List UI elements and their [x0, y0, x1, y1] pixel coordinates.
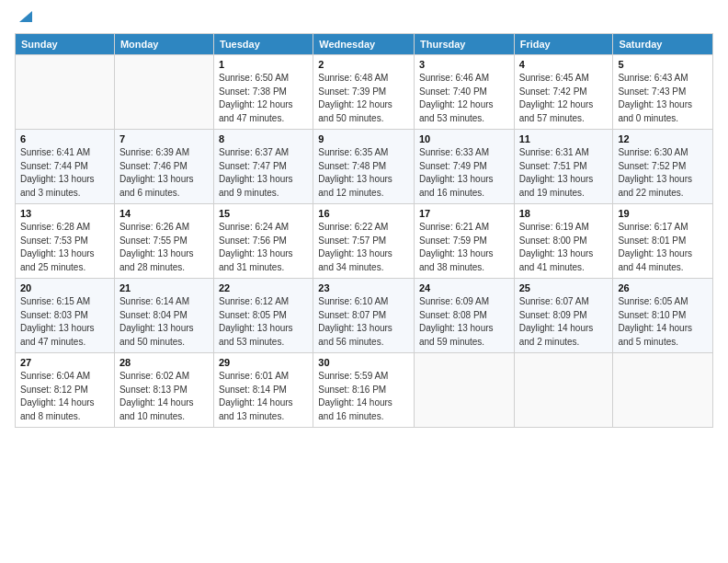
calendar-cell: 16Sunrise: 6:22 AMSunset: 7:57 PMDayligh…	[313, 204, 415, 279]
calendar-cell: 24Sunrise: 6:09 AMSunset: 8:08 PMDayligh…	[414, 279, 514, 353]
calendar-cell	[16, 55, 115, 130]
day-number: 22	[219, 282, 308, 293]
column-header-thursday: Thursday	[414, 34, 514, 55]
day-number: 27	[20, 357, 109, 368]
calendar-cell	[114, 55, 213, 130]
day-number: 16	[318, 208, 409, 219]
calendar-cell: 7Sunrise: 6:39 AMSunset: 7:46 PMDaylight…	[114, 130, 213, 204]
day-info: Sunrise: 6:26 AMSunset: 7:55 PMDaylight:…	[119, 221, 209, 274]
day-info: Sunrise: 6:30 AMSunset: 7:52 PMDaylight:…	[618, 146, 708, 200]
calendar-cell: 26Sunrise: 6:05 AMSunset: 8:10 PMDayligh…	[613, 279, 713, 353]
calendar-cell: 22Sunrise: 6:12 AMSunset: 8:05 PMDayligh…	[214, 279, 313, 353]
calendar-week-row: 6Sunrise: 6:41 AMSunset: 7:44 PMDaylight…	[16, 130, 713, 204]
day-info: Sunrise: 6:45 AMSunset: 7:42 PMDaylight:…	[519, 72, 609, 125]
calendar-cell: 28Sunrise: 6:02 AMSunset: 8:13 PMDayligh…	[114, 353, 213, 428]
day-info: Sunrise: 6:31 AMSunset: 7:51 PMDaylight:…	[519, 146, 609, 200]
calendar-cell	[414, 353, 514, 428]
day-info: Sunrise: 6:22 AMSunset: 7:57 PMDaylight:…	[318, 221, 409, 274]
calendar-cell: 18Sunrise: 6:19 AMSunset: 8:00 PMDayligh…	[514, 204, 613, 279]
calendar-cell	[613, 353, 713, 428]
day-info: Sunrise: 6:01 AMSunset: 8:14 PMDaylight:…	[219, 370, 308, 423]
calendar-cell: 23Sunrise: 6:10 AMSunset: 8:07 PMDayligh…	[313, 279, 415, 353]
header	[15, 11, 713, 26]
calendar-table: SundayMondayTuesdayWednesdayThursdayFrid…	[15, 33, 713, 428]
day-number: 18	[519, 208, 609, 219]
day-number: 24	[419, 282, 509, 293]
day-info: Sunrise: 6:02 AMSunset: 8:13 PMDaylight:…	[119, 370, 209, 423]
day-info: Sunrise: 6:50 AMSunset: 7:38 PMDaylight:…	[219, 72, 308, 125]
day-info: Sunrise: 6:24 AMSunset: 7:56 PMDaylight:…	[219, 221, 308, 274]
day-info: Sunrise: 6:37 AMSunset: 7:47 PMDaylight:…	[219, 146, 308, 200]
day-number: 2	[318, 59, 409, 70]
calendar-cell: 29Sunrise: 6:01 AMSunset: 8:14 PMDayligh…	[214, 353, 313, 428]
day-info: Sunrise: 6:21 AMSunset: 7:59 PMDaylight:…	[419, 221, 509, 274]
day-number: 6	[20, 133, 109, 144]
day-number: 25	[519, 282, 609, 293]
calendar-cell: 12Sunrise: 6:30 AMSunset: 7:52 PMDayligh…	[613, 130, 713, 204]
calendar-cell: 15Sunrise: 6:24 AMSunset: 7:56 PMDayligh…	[214, 204, 313, 279]
day-number: 28	[119, 357, 209, 368]
calendar-cell: 6Sunrise: 6:41 AMSunset: 7:44 PMDaylight…	[16, 130, 115, 204]
day-number: 29	[219, 357, 308, 368]
day-info: Sunrise: 6:14 AMSunset: 8:04 PMDaylight:…	[119, 295, 209, 349]
day-info: Sunrise: 5:59 AMSunset: 8:16 PMDaylight:…	[318, 370, 409, 423]
day-info: Sunrise: 6:39 AMSunset: 7:46 PMDaylight:…	[119, 146, 209, 200]
day-info: Sunrise: 6:17 AMSunset: 8:01 PMDaylight:…	[618, 221, 708, 274]
svg-marker-0	[19, 11, 32, 22]
calendar-cell	[514, 353, 613, 428]
day-number: 20	[20, 282, 109, 293]
day-info: Sunrise: 6:15 AMSunset: 8:03 PMDaylight:…	[20, 295, 109, 349]
calendar-week-row: 27Sunrise: 6:04 AMSunset: 8:12 PMDayligh…	[16, 353, 713, 428]
day-info: Sunrise: 6:04 AMSunset: 8:12 PMDaylight:…	[20, 370, 109, 423]
column-header-wednesday: Wednesday	[313, 34, 415, 55]
calendar-cell: 14Sunrise: 6:26 AMSunset: 7:55 PMDayligh…	[114, 204, 213, 279]
column-header-saturday: Saturday	[613, 34, 713, 55]
calendar-cell: 5Sunrise: 6:43 AMSunset: 7:43 PMDaylight…	[613, 55, 713, 130]
calendar-header-row: SundayMondayTuesdayWednesdayThursdayFrid…	[16, 34, 713, 55]
calendar-cell: 17Sunrise: 6:21 AMSunset: 7:59 PMDayligh…	[414, 204, 514, 279]
calendar-cell: 11Sunrise: 6:31 AMSunset: 7:51 PMDayligh…	[514, 130, 613, 204]
calendar-cell: 8Sunrise: 6:37 AMSunset: 7:47 PMDaylight…	[214, 130, 313, 204]
logo-icon	[16, 9, 32, 26]
calendar-cell: 4Sunrise: 6:45 AMSunset: 7:42 PMDaylight…	[514, 55, 613, 130]
calendar-week-row: 13Sunrise: 6:28 AMSunset: 7:53 PMDayligh…	[16, 204, 713, 279]
day-info: Sunrise: 6:07 AMSunset: 8:09 PMDaylight:…	[519, 295, 609, 349]
calendar-cell: 3Sunrise: 6:46 AMSunset: 7:40 PMDaylight…	[414, 55, 514, 130]
day-info: Sunrise: 6:09 AMSunset: 8:08 PMDaylight:…	[419, 295, 509, 349]
day-info: Sunrise: 6:05 AMSunset: 8:10 PMDaylight:…	[618, 295, 708, 349]
calendar-cell: 21Sunrise: 6:14 AMSunset: 8:04 PMDayligh…	[114, 279, 213, 353]
day-number: 21	[119, 282, 209, 293]
day-info: Sunrise: 6:33 AMSunset: 7:49 PMDaylight:…	[419, 146, 509, 200]
calendar-cell: 19Sunrise: 6:17 AMSunset: 8:01 PMDayligh…	[613, 204, 713, 279]
day-number: 19	[618, 208, 708, 219]
page: SundayMondayTuesdayWednesdayThursdayFrid…	[0, 0, 728, 563]
day-number: 30	[318, 357, 409, 368]
calendar-cell: 2Sunrise: 6:48 AMSunset: 7:39 PMDaylight…	[313, 55, 415, 130]
day-number: 10	[419, 133, 509, 144]
calendar-week-row: 20Sunrise: 6:15 AMSunset: 8:03 PMDayligh…	[16, 279, 713, 353]
day-number: 1	[219, 59, 308, 70]
day-info: Sunrise: 6:43 AMSunset: 7:43 PMDaylight:…	[618, 72, 708, 125]
calendar-cell: 30Sunrise: 5:59 AMSunset: 8:16 PMDayligh…	[313, 353, 415, 428]
day-number: 15	[219, 208, 308, 219]
day-number: 7	[119, 133, 209, 144]
column-header-tuesday: Tuesday	[214, 34, 313, 55]
day-number: 17	[419, 208, 509, 219]
day-info: Sunrise: 6:28 AMSunset: 7:53 PMDaylight:…	[20, 221, 109, 274]
day-number: 4	[519, 59, 609, 70]
day-number: 11	[519, 133, 609, 144]
calendar-cell: 13Sunrise: 6:28 AMSunset: 7:53 PMDayligh…	[16, 204, 115, 279]
day-info: Sunrise: 6:19 AMSunset: 8:00 PMDaylight:…	[519, 221, 609, 274]
column-header-friday: Friday	[514, 34, 613, 55]
day-number: 23	[318, 282, 409, 293]
day-info: Sunrise: 6:48 AMSunset: 7:39 PMDaylight:…	[318, 72, 409, 125]
day-number: 12	[618, 133, 708, 144]
day-number: 8	[219, 133, 308, 144]
day-info: Sunrise: 6:35 AMSunset: 7:48 PMDaylight:…	[318, 146, 409, 200]
logo	[15, 11, 32, 26]
calendar-cell: 10Sunrise: 6:33 AMSunset: 7:49 PMDayligh…	[414, 130, 514, 204]
column-header-monday: Monday	[114, 34, 213, 55]
calendar-cell: 9Sunrise: 6:35 AMSunset: 7:48 PMDaylight…	[313, 130, 415, 204]
day-number: 26	[618, 282, 708, 293]
day-info: Sunrise: 6:41 AMSunset: 7:44 PMDaylight:…	[20, 146, 109, 200]
